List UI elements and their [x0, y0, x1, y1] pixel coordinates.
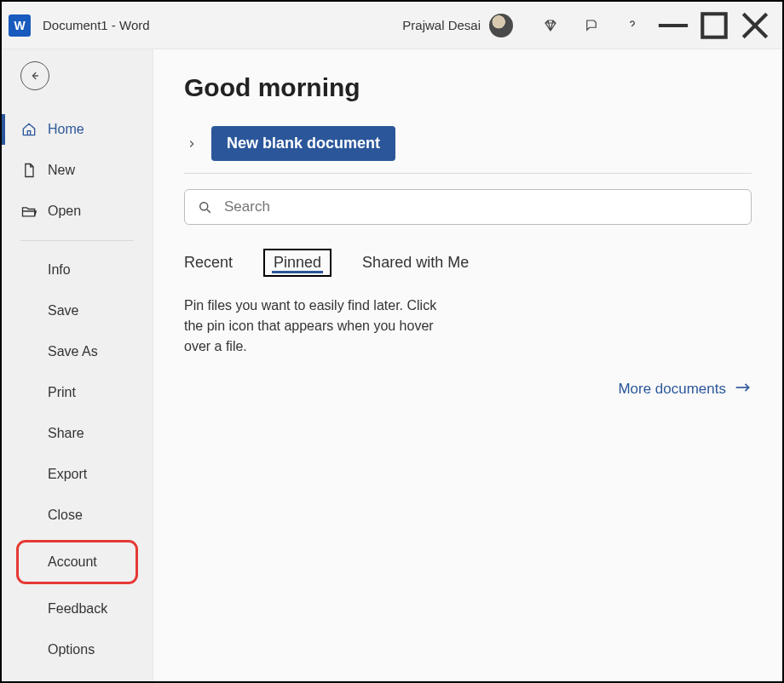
- word-app-icon: W: [9, 14, 31, 37]
- document-icon: [20, 162, 37, 179]
- user-name: Prajwal Desai: [402, 18, 481, 32]
- nav-divider: [20, 240, 134, 241]
- new-blank-document-button[interactable]: New blank document: [211, 126, 395, 161]
- sidebar-item-label: Account: [48, 554, 97, 570]
- titlebar: W Document1 - Word Prajwal Desai: [2, 2, 782, 49]
- word-backstage-window: W Document1 - Word Prajwal Desai: [0, 0, 784, 683]
- svg-line-5: [207, 209, 210, 213]
- sidebar-item-home[interactable]: Home: [2, 109, 153, 150]
- sidebar-item-close[interactable]: Close: [2, 495, 153, 536]
- back-button[interactable]: [20, 61, 49, 90]
- template-row: New blank document: [184, 126, 752, 161]
- greeting-heading: Good morning: [184, 73, 752, 102]
- sidebar-item-label: Open: [48, 204, 81, 219]
- document-title: Document1 - Word: [43, 18, 150, 32]
- divider: [184, 173, 752, 174]
- sidebar-item-save-as[interactable]: Save As: [2, 331, 153, 372]
- sidebar-item-share[interactable]: Share: [2, 413, 153, 454]
- main-content: Good morning New blank document Recent P…: [153, 49, 782, 681]
- search-box[interactable]: [184, 189, 752, 225]
- svg-rect-1: [702, 14, 725, 37]
- minimize-button[interactable]: [653, 9, 694, 43]
- document-tabs: Recent Pinned Shared with Me: [184, 249, 752, 277]
- more-documents-link[interactable]: More documents: [618, 381, 726, 398]
- home-icon: [20, 121, 37, 138]
- tab-pinned[interactable]: Pinned: [263, 249, 331, 277]
- chevron-right-icon[interactable]: [184, 136, 199, 152]
- user-avatar[interactable]: [489, 14, 513, 37]
- sidebar-item-label: Export: [48, 467, 87, 482]
- svg-point-4: [200, 203, 208, 210]
- coming-soon-icon[interactable]: [571, 9, 612, 43]
- sidebar-item-options[interactable]: Options: [2, 629, 153, 670]
- backstage-sidebar: Home New Open Info Save: [2, 49, 153, 681]
- arrow-right-icon: [735, 381, 752, 398]
- tab-recent[interactable]: Recent: [184, 250, 233, 275]
- sidebar-item-label: Print: [48, 385, 76, 400]
- help-icon[interactable]: [612, 9, 653, 43]
- diamond-icon[interactable]: [530, 9, 571, 43]
- sidebar-item-label: Save As: [48, 344, 98, 359]
- sidebar-item-feedback[interactable]: Feedback: [2, 588, 153, 629]
- sidebar-item-label: Share: [48, 426, 84, 441]
- primary-nav: Home New Open: [2, 109, 153, 232]
- close-button[interactable]: [735, 9, 775, 43]
- sidebar-item-label: Info: [48, 262, 71, 278]
- sidebar-item-info[interactable]: Info: [2, 250, 153, 290]
- search-input[interactable]: [224, 198, 739, 215]
- sidebar-item-save[interactable]: Save: [2, 290, 153, 331]
- sidebar-item-label: Options: [48, 642, 95, 657]
- secondary-nav: Info Save Save As Print Share Export Clo…: [2, 250, 153, 670]
- sidebar-item-label: New: [48, 163, 75, 178]
- search-icon: [197, 199, 212, 215]
- folder-open-icon: [20, 203, 37, 220]
- sidebar-item-export[interactable]: Export: [2, 454, 153, 495]
- sidebar-item-print[interactable]: Print: [2, 372, 153, 413]
- pinned-empty-hint: Pin files you want to easily find later.…: [184, 296, 448, 357]
- sidebar-item-open[interactable]: Open: [2, 191, 153, 232]
- sidebar-item-account[interactable]: Account: [14, 537, 141, 587]
- maximize-button[interactable]: [694, 9, 735, 43]
- sidebar-item-label: Feedback: [48, 601, 107, 617]
- more-documents-row: More documents: [184, 381, 752, 398]
- tab-shared-with-me[interactable]: Shared with Me: [362, 250, 469, 275]
- sidebar-item-new[interactable]: New: [2, 150, 153, 191]
- sidebar-item-label: Home: [48, 122, 84, 137]
- sidebar-item-label: Close: [48, 508, 83, 523]
- sidebar-item-label: Save: [48, 303, 78, 319]
